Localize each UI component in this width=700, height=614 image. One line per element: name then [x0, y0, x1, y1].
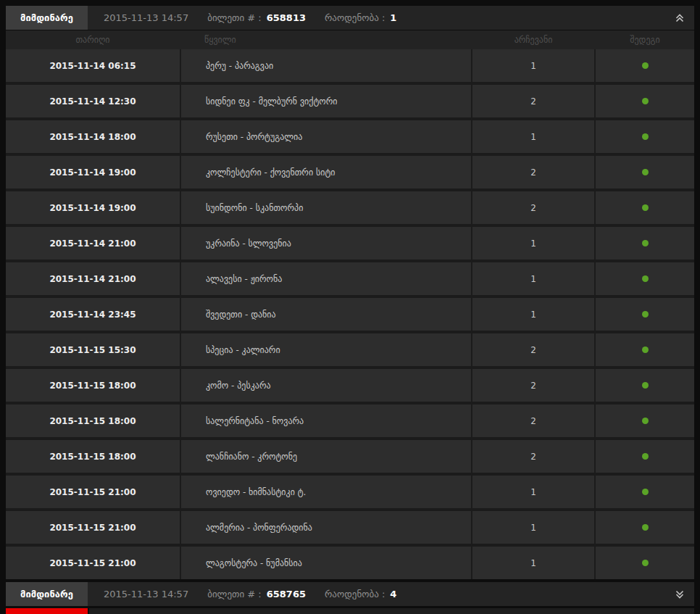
row-date: 2015-11-14 23:45	[6, 298, 180, 331]
row-pair: ალავესი - ჟირონა	[181, 262, 471, 295]
row-choice: 1	[472, 547, 594, 579]
row-choice: 2	[472, 440, 594, 473]
table-row: 2015-11-14 21:00უკრაინა - სლოვენია1	[6, 227, 694, 260]
ticket-info: 2015-11-13 14:57 ბილეთი # : 658765 რაოდე…	[104, 582, 396, 606]
tab-current-ticket[interactable]: მიმდინარე	[6, 582, 88, 606]
row-pair: ლანჩიანო - კროტონე	[181, 440, 471, 473]
row-date: 2015-11-15 18:00	[6, 405, 180, 437]
row-choice: 2	[472, 85, 594, 117]
ticket-history-panel: მიმდინარე 2015-11-13 14:57 ბილეთი # : 65…	[0, 0, 700, 614]
row-result	[596, 262, 694, 295]
row-date: 2015-11-14 21:00	[6, 227, 180, 260]
row-pair: კომო - პესკარა	[181, 369, 471, 402]
row-result	[596, 227, 694, 260]
result-won-dot	[642, 311, 649, 318]
row-result	[596, 85, 694, 117]
ticket-datetime: 2015-11-13 14:57	[104, 12, 188, 23]
row-result	[596, 298, 694, 331]
table-row: 2015-11-15 21:00ოვიედო - ხიმნასტიკი ტ.1	[6, 476, 694, 508]
row-pair: სუინდონი - სკანთორპი	[181, 191, 471, 224]
ticket-number-value: 658765	[267, 589, 306, 600]
row-choice: 2	[472, 191, 594, 224]
table-row: 2015-11-14 21:00ალავესი - ჟირონა1	[6, 262, 694, 295]
row-date: 2015-11-14 06:15	[6, 49, 180, 82]
chevron-double-up-icon	[674, 12, 686, 24]
row-pair: პერუ - პარაგვაი	[181, 49, 471, 82]
tab-current-ticket[interactable]: მიმდინარე	[6, 6, 88, 30]
lost-ticket-tab-fragment[interactable]	[6, 608, 88, 614]
row-result	[596, 120, 694, 153]
row-result	[596, 440, 694, 473]
result-won-dot	[642, 418, 649, 424]
ticket-count-value: 1	[390, 12, 396, 23]
row-pair: ოვიედო - ხიმნასტიკი ტ.	[181, 476, 471, 508]
row-choice: 2	[472, 333, 594, 366]
ticket-count-label: რაოდენობა :	[325, 589, 385, 600]
table-row: 2015-11-15 21:00ალმერია - პონფერადინა1	[6, 511, 694, 544]
chevron-double-down-icon	[674, 589, 686, 600]
ticket-count-label: რაოდენობა :	[325, 12, 385, 23]
row-date: 2015-11-15 18:00	[6, 369, 180, 402]
row-choice: 1	[472, 262, 594, 295]
row-date: 2015-11-15 15:30	[6, 333, 180, 366]
column-header-date: თარიღი	[6, 35, 180, 45]
result-won-dot	[642, 347, 649, 353]
row-choice: 1	[472, 476, 594, 508]
ticket-bar-top: მიმდინარე 2015-11-13 14:57 ბილეთი # : 65…	[6, 6, 694, 30]
row-choice: 1	[472, 298, 594, 331]
ticket-count-value: 4	[390, 589, 396, 600]
row-pair: სპეცია - კალიარი	[181, 333, 471, 366]
table-row: 2015-11-14 18:00რუსეთი - პორტუგალია1	[6, 120, 694, 153]
row-date: 2015-11-14 19:00	[6, 191, 180, 224]
result-won-dot	[642, 204, 649, 211]
row-choice: 1	[472, 120, 594, 153]
row-result	[596, 547, 694, 579]
result-won-dot	[642, 275, 649, 282]
result-won-dot	[642, 62, 649, 69]
result-won-dot	[642, 560, 649, 566]
next-ticket-bar-partial	[6, 608, 694, 614]
row-pair: ალმერია - პონფერადინა	[181, 511, 471, 544]
table-row: 2015-11-14 23:45შვედეთი - დანია1	[6, 298, 694, 331]
row-result	[596, 405, 694, 437]
result-won-dot	[642, 489, 649, 495]
row-result	[596, 49, 694, 82]
table-row: 2015-11-15 18:00კომო - პესკარა2	[6, 369, 694, 402]
row-result	[596, 476, 694, 508]
result-won-dot	[642, 382, 649, 389]
row-date: 2015-11-15 21:00	[6, 547, 180, 579]
ticket-info: 2015-11-13 14:57 ბილეთი # : 658813 რაოდე…	[104, 6, 396, 30]
expand-ticket-button[interactable]	[673, 588, 686, 601]
table-row: 2015-11-14 19:00სუინდონი - სკანთორპი2	[6, 191, 694, 224]
result-won-dot	[642, 524, 649, 531]
row-result	[596, 511, 694, 544]
next-ticket-bar-fragment	[89, 608, 694, 614]
row-pair: უკრაინა - სლოვენია	[181, 227, 471, 260]
row-choice: 2	[472, 405, 594, 437]
row-pair: ლაგოსტერა - ნუმანსია	[181, 547, 471, 579]
row-choice: 2	[472, 156, 594, 188]
row-date: 2015-11-15 21:00	[6, 511, 180, 544]
collapse-ticket-button[interactable]	[673, 12, 686, 25]
table-row: 2015-11-14 12:30სიდნეი ფკ - მელბურნ ვიქტ…	[6, 85, 694, 117]
ticket-number-label: ბილეთი # :	[207, 12, 262, 23]
row-choice: 1	[472, 511, 594, 544]
row-result	[596, 333, 694, 366]
table-row: 2015-11-15 15:30სპეცია - კალიარი2	[6, 333, 694, 366]
table-row: 2015-11-14 06:15პერუ - პარაგვაი1	[6, 49, 694, 82]
ticket-number-label: ბილეთი # :	[207, 589, 262, 600]
result-won-dot	[642, 133, 649, 140]
row-date: 2015-11-15 21:00	[6, 476, 180, 508]
row-result	[596, 156, 694, 188]
row-choice: 1	[472, 227, 594, 260]
row-pair: რუსეთი - პორტუგალია	[181, 120, 471, 153]
row-result	[596, 369, 694, 402]
table-row: 2015-11-15 18:00ლანჩიანო - კროტონე2	[6, 440, 694, 473]
ticket-rows: 2015-11-14 06:15პერუ - პარაგვაი12015-11-…	[6, 49, 694, 579]
column-header-result: შედეგი	[596, 35, 694, 45]
row-date: 2015-11-14 18:00	[6, 120, 180, 153]
table-row: 2015-11-15 21:00ლაგოსტერა - ნუმანსია1	[6, 547, 694, 579]
ticket-number-value: 658813	[267, 12, 306, 23]
ticket-bar-bottom: მიმდინარე 2015-11-13 14:57 ბილეთი # : 65…	[6, 582, 694, 606]
row-choice: 1	[472, 49, 594, 82]
